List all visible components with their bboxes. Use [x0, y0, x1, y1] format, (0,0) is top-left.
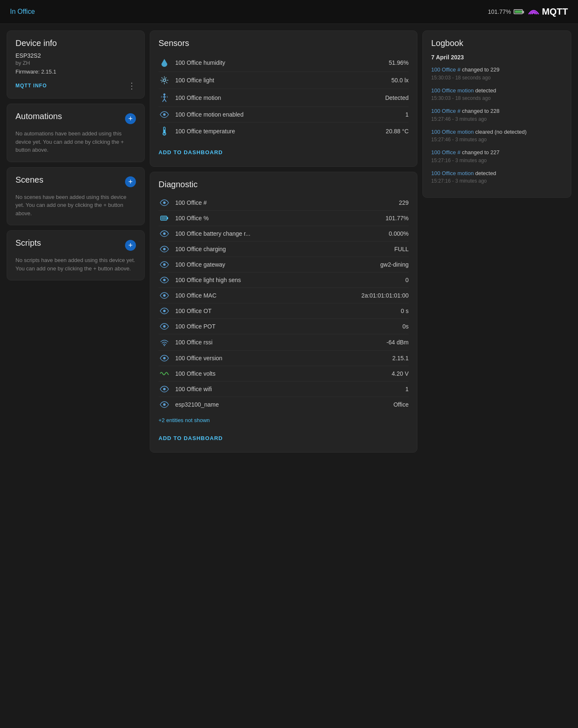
- eye-icon: [159, 308, 170, 314]
- diagnostic-item-name: 100 Office MAC: [175, 292, 356, 299]
- svg-point-14: [163, 294, 166, 297]
- scripts-title: Scripts: [15, 238, 41, 248]
- log-entry-time: 15:30:03 - 18 seconds ago: [431, 75, 563, 81]
- diagnostic-row: 100 Office POT 0s: [159, 319, 409, 334]
- log-entity-link[interactable]: 100 Office motion: [431, 170, 474, 176]
- topbar: In Office 101.77% MQTT: [0, 0, 578, 24]
- device-firmware: Firmware: 2.15.1: [15, 69, 136, 75]
- scripts-card: Scripts + No scripts have been added usi…: [7, 230, 145, 280]
- log-entry-text: 100 Office motion detected: [431, 87, 563, 95]
- eye-icon: [159, 261, 170, 268]
- temp-icon: [159, 127, 170, 136]
- mqtt-logo: MQTT: [528, 6, 568, 18]
- diagnostic-item-name: 100 Office POT: [175, 323, 366, 330]
- device-info-title: Device info: [15, 38, 136, 48]
- entities-not-shown[interactable]: +2 entities not shown: [159, 415, 409, 426]
- svg-rect-9: [167, 217, 168, 219]
- middle-column: Sensors 100 Office humidity 51.96%: [150, 31, 417, 453]
- scripts-empty-text: No scripts have been added using this de…: [15, 256, 136, 272]
- diagnostic-item-name: 100 Office light high sens: [175, 277, 366, 283]
- log-entry-time: 15:27:46 - 3 minutes ago: [431, 137, 563, 143]
- log-entity-link[interactable]: 100 Office #: [431, 108, 460, 114]
- svg-point-1: [164, 94, 166, 96]
- eye-icon: [159, 386, 170, 392]
- automations-card: Automations + No automations have been a…: [7, 104, 145, 162]
- diagnostic-item-name: 100 Office gateway: [175, 261, 366, 268]
- sensor-motion-enabled-value: 1: [371, 111, 409, 118]
- diagnostic-item-value: 0s: [371, 323, 409, 330]
- diagnostic-row: 100 Office light high sens 0: [159, 272, 409, 288]
- log-entity-link[interactable]: 100 Office motion: [431, 129, 474, 135]
- wifi-icon: [159, 339, 170, 346]
- more-options-icon[interactable]: ⋮: [128, 81, 136, 91]
- log-action: changed to 228: [462, 108, 500, 114]
- diagnostic-row: 100 Office volts 4.20 V: [159, 366, 409, 382]
- sensor-row: 100 Office humidity 51.96%: [159, 54, 409, 72]
- diagnostic-item-name: 100 Office #: [175, 199, 366, 206]
- log-entry-text: 100 Office # changed to 227: [431, 148, 563, 157]
- log-entry: 100 Office motion detected 15:30:03 - 18…: [431, 87, 563, 102]
- breadcrumb-area[interactable]: In Office: [10, 8, 35, 15]
- add-script-button[interactable]: +: [125, 240, 136, 251]
- svg-point-15: [163, 310, 166, 312]
- diagnostic-add-dashboard-button[interactable]: ADD TO DASHBOARD: [159, 432, 409, 445]
- diagnostic-item-name: 100 Office volts: [175, 370, 366, 377]
- eye-icon: [159, 230, 170, 237]
- device-info-footer: MQTT INFO ⋮: [15, 81, 136, 91]
- sensor-motion-name: 100 Office motion: [175, 94, 366, 101]
- sensor-row: 100 Office temperature 20.88 °C: [159, 122, 409, 140]
- diagnostic-item-name: 100 Office battery change r...: [175, 230, 366, 237]
- log-entity-link[interactable]: 100 Office motion: [431, 87, 474, 94]
- diagnostic-item-value: 229: [371, 199, 409, 206]
- breadcrumb-link[interactable]: In Office: [10, 8, 35, 15]
- log-entity-link[interactable]: 100 Office #: [431, 149, 460, 155]
- svg-point-12: [163, 263, 166, 266]
- diagnostic-item-value: gw2-dining: [371, 261, 409, 268]
- diagnostic-row: esp32100_name Office: [159, 397, 409, 412]
- diagnostic-item-name: 100 Office rssi: [175, 339, 366, 346]
- mqtt-signal-icon: [528, 6, 540, 18]
- log-action: changed to 229: [462, 66, 500, 73]
- eye-icon: [159, 323, 170, 330]
- sensors-panel: Sensors 100 Office humidity 51.96%: [150, 31, 417, 167]
- sensor-row: 100 Office light 50.0 lx: [159, 72, 409, 89]
- add-scene-button[interactable]: +: [125, 176, 136, 187]
- log-entry-time: 15:27:16 - 3 minutes ago: [431, 158, 563, 163]
- diagnostic-row: 100 Office charging FULL: [159, 242, 409, 257]
- scenes-title: Scenes: [15, 175, 43, 185]
- battery-percent: 101.77%: [488, 8, 511, 15]
- svg-point-2: [163, 113, 166, 116]
- device-by: by ZH: [15, 60, 136, 66]
- svg-point-16: [163, 325, 166, 328]
- diagnostic-item-value: 0 s: [371, 308, 409, 314]
- sensor-humidity-name: 100 Office humidity: [175, 59, 366, 66]
- diagnostic-rows-container: 100 Office # 229 100 Office % 101.77% 10…: [159, 195, 409, 412]
- sensor-row: 100 Office motion enabled 1: [159, 107, 409, 122]
- diagnostic-item-value: 2.15.1: [371, 355, 409, 361]
- left-column: Device info ESP32S2 by ZH Firmware: 2.15…: [7, 31, 145, 453]
- diagnostic-item-value: 4.20 V: [371, 370, 409, 377]
- diagnostic-row: 100 Office version 2.15.1: [159, 351, 409, 366]
- svg-point-0: [163, 79, 166, 81]
- diagnostic-title: Diagnostic: [159, 180, 409, 189]
- sensors-add-dashboard-button[interactable]: ADD TO DASHBOARD: [159, 146, 409, 159]
- diagnostic-row: 100 Office battery change r... 0.000%: [159, 226, 409, 242]
- log-entity-link[interactable]: 100 Office #: [431, 66, 460, 73]
- scenes-header: Scenes +: [15, 175, 136, 189]
- diagnostic-row: 100 Office MAC 2a:01:01:01:01:00: [159, 288, 409, 303]
- motion-icon: [159, 93, 170, 102]
- diagnostic-item-value: 0.000%: [371, 230, 409, 237]
- scenes-card: Scenes + No scenes have been added using…: [7, 167, 145, 226]
- battery-icon: [514, 9, 523, 14]
- add-automation-button[interactable]: +: [125, 113, 136, 124]
- diagnostic-item-value: 1: [371, 386, 409, 392]
- sensor-temp-name: 100 Office temperature: [175, 128, 366, 135]
- sensor-light-value: 50.0 lx: [371, 77, 409, 84]
- diagnostic-row: 100 Office # 229: [159, 195, 409, 211]
- logbook-entries-container: 100 Office # changed to 229 15:30:03 - 1…: [431, 66, 563, 184]
- eye-icon: [159, 292, 170, 299]
- diagnostic-item-name: 100 Office charging: [175, 246, 366, 252]
- svg-point-18: [163, 357, 166, 359]
- diagnostic-item-value: FULL: [371, 246, 409, 252]
- mqtt-info-button[interactable]: MQTT INFO: [15, 83, 47, 89]
